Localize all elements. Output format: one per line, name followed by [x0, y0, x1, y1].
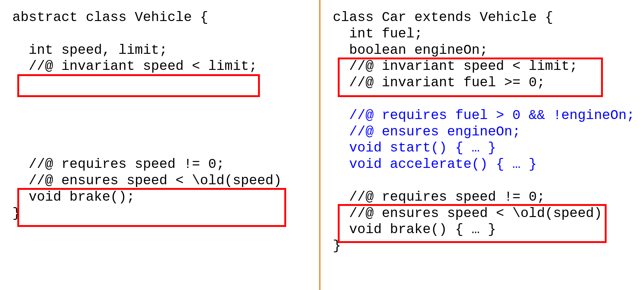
code-line-added: //@ requires fuel > 0 && !engineOn;	[333, 108, 635, 123]
code-line: //@ requires speed != 0;	[333, 189, 545, 205]
code-line: class Car extends Vehicle {	[333, 10, 553, 25]
code-line: //@ ensures speed < \old(speed)	[333, 206, 602, 221]
code-line: //@ invariant speed < limit;	[12, 58, 257, 74]
code-line: int fuel;	[333, 26, 422, 41]
code-line: void brake();	[12, 189, 135, 205]
code-line: void brake() { … }	[333, 222, 496, 237]
right-pane-car: class Car extends Vehicle { int fuel; bo…	[320, 0, 644, 290]
code-line: boolean engineOn;	[333, 42, 488, 58]
code-line: //@ invariant speed < limit;	[333, 58, 578, 74]
code-comparison: abstract class Vehicle { int speed, limi…	[0, 0, 644, 290]
car-code: class Car extends Vehicle { int fuel; bo…	[333, 9, 635, 254]
code-line: //@ requires speed != 0;	[12, 156, 225, 172]
code-line-added: void accelerate() { … }	[333, 156, 537, 172]
vehicle-code: abstract class Vehicle { int speed, limi…	[12, 9, 310, 221]
code-line: //@ ensures speed < \old(speed)	[12, 173, 282, 188]
code-line: //@ invariant fuel >= 0;	[333, 75, 545, 90]
code-line-added: void start() { … }	[333, 140, 496, 156]
left-pane-vehicle: abstract class Vehicle { int speed, limi…	[0, 0, 319, 290]
code-line: abstract class Vehicle {	[12, 10, 208, 25]
code-line: }	[333, 238, 341, 254]
code-line: int speed, limit;	[12, 42, 167, 58]
code-line: }	[12, 206, 20, 221]
code-line-added: //@ ensures engineOn;	[333, 124, 520, 139]
